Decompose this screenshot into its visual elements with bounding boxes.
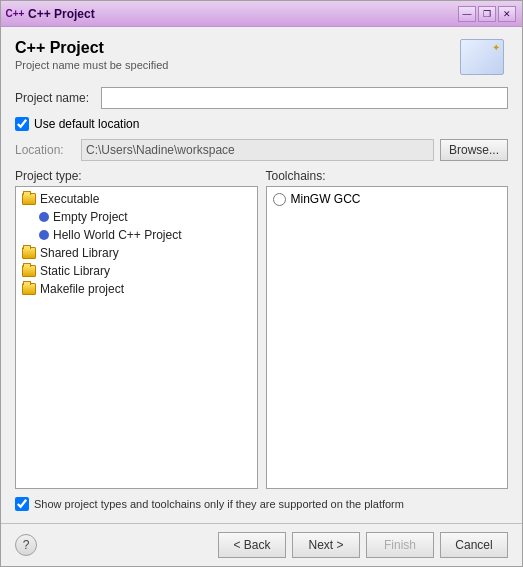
project-name-label: Project name:: [15, 91, 95, 105]
default-location-row: Use default location: [15, 117, 508, 131]
list-item-label: Executable: [40, 192, 99, 206]
location-label: Location:: [15, 143, 75, 157]
minimize-button[interactable]: —: [458, 6, 476, 22]
window: C++ C++ Project — ❐ ✕ C++ Project Projec…: [0, 0, 523, 567]
footer-left: ?: [15, 534, 37, 556]
footer: ? < Back Next > Finish Cancel: [1, 523, 522, 566]
project-name-input[interactable]: [101, 87, 508, 109]
folder-icon: [22, 193, 36, 205]
title-bar: C++ C++ Project — ❐ ✕: [1, 1, 522, 27]
header-icon: [460, 39, 508, 79]
list-item-label: Empty Project: [53, 210, 128, 224]
browse-button[interactable]: Browse...: [440, 139, 508, 161]
folder-icon: [22, 247, 36, 259]
toolchain-item[interactable]: MinGW GCC: [270, 190, 505, 208]
folder-icon: [22, 283, 36, 295]
toolchain-label: MinGW GCC: [291, 192, 361, 206]
maximize-button[interactable]: ❐: [478, 6, 496, 22]
folder-icon: [22, 265, 36, 277]
project-type-panel: Project type: Executable Empty Project: [15, 169, 258, 489]
dot-icon: [39, 230, 49, 240]
header-section: C++ Project Project name must be specifi…: [15, 39, 508, 79]
toolchain-radio[interactable]: [273, 193, 286, 206]
dot-icon: [39, 212, 49, 222]
toolchains-list: MinGW GCC: [266, 186, 509, 489]
project-type-label: Project type:: [15, 169, 258, 183]
toolchains-panel: Toolchains: MinGW GCC: [266, 169, 509, 489]
dialog-title: C++ Project: [15, 39, 168, 57]
cancel-button[interactable]: Cancel: [440, 532, 508, 558]
list-item-label: Static Library: [40, 264, 110, 278]
footer-buttons: < Back Next > Finish Cancel: [218, 532, 508, 558]
dialog-subtitle: Project name must be specified: [15, 59, 168, 71]
project-name-row: Project name:: [15, 87, 508, 109]
finish-button[interactable]: Finish: [366, 532, 434, 558]
toolchains-label: Toolchains:: [266, 169, 509, 183]
list-item[interactable]: Hello World C++ Project: [19, 226, 254, 244]
list-item-label: Shared Library: [40, 246, 119, 260]
location-row: Location: Browse...: [15, 139, 508, 161]
list-item[interactable]: Shared Library: [19, 244, 254, 262]
list-item[interactable]: Empty Project: [19, 208, 254, 226]
cpp-icon: C++: [7, 6, 23, 22]
project-type-list: Executable Empty Project Hello World C++…: [15, 186, 258, 489]
platform-filter-checkbox[interactable]: [15, 497, 29, 511]
title-bar-text: C++ Project: [28, 7, 95, 21]
use-default-location-label[interactable]: Use default location: [34, 117, 139, 131]
list-item[interactable]: Static Library: [19, 262, 254, 280]
close-button[interactable]: ✕: [498, 6, 516, 22]
platform-filter-label[interactable]: Show project types and toolchains only i…: [34, 498, 404, 510]
back-button[interactable]: < Back: [218, 532, 286, 558]
next-button[interactable]: Next >: [292, 532, 360, 558]
list-item-label: Makefile project: [40, 282, 124, 296]
help-button[interactable]: ?: [15, 534, 37, 556]
title-bar-left: C++ C++ Project: [7, 6, 95, 22]
use-default-location-checkbox[interactable]: [15, 117, 29, 131]
list-item-label: Hello World C++ Project: [53, 228, 182, 242]
panels-section: Project type: Executable Empty Project: [15, 169, 508, 489]
title-bar-controls: — ❐ ✕: [458, 6, 516, 22]
header-text: C++ Project Project name must be specifi…: [15, 39, 168, 71]
platform-filter-row: Show project types and toolchains only i…: [15, 497, 508, 511]
list-item[interactable]: Makefile project: [19, 280, 254, 298]
location-input[interactable]: [81, 139, 434, 161]
header-icon-image: [460, 39, 504, 75]
dialog-content: C++ Project Project name must be specifi…: [1, 27, 522, 523]
list-item[interactable]: Executable: [19, 190, 254, 208]
